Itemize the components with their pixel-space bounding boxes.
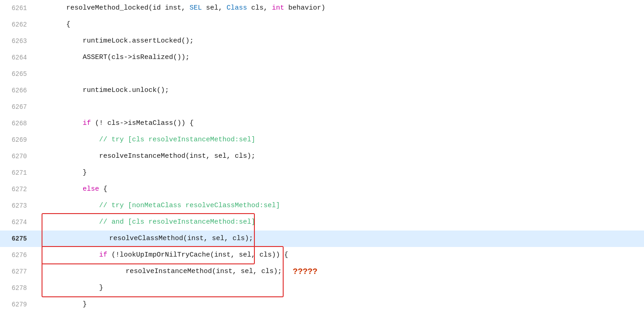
line-number-6274: 6274 xyxy=(0,219,34,226)
line-number-6273: 6273 xyxy=(0,202,34,209)
line-number-6270: 6270 xyxy=(0,153,34,160)
line-number-6261: 6261 xyxy=(0,5,34,12)
code-line-6264: 6264 ASSERT(cls->isRealized()); xyxy=(0,49,644,66)
line-number-6278: 6278 xyxy=(0,284,34,292)
line-number-6264: 6264 xyxy=(0,54,34,61)
line-number-6267: 6267 xyxy=(0,103,34,111)
line-number-6272: 6272 xyxy=(0,186,34,193)
code-editor: 6261 resolveMethod_locked(id inst, SEL s… xyxy=(0,0,644,311)
line-number-6266: 6266 xyxy=(0,87,34,94)
line-number-6265: 6265 xyxy=(0,70,34,78)
line-number-6277: 6277 xyxy=(0,268,34,275)
line-number-6269: 6269 xyxy=(0,136,34,144)
line-number-6279: 6279 xyxy=(0,301,34,308)
line-number-6271: 6271 xyxy=(0,169,34,177)
code-line-6266: 6266 runtimeLock.unlock(); xyxy=(0,82,644,99)
code-line-6279: 6279 } xyxy=(0,296,644,311)
line-number-6268: 6268 xyxy=(0,120,34,127)
line-number-6276: 6276 xyxy=(0,252,34,259)
line-content-6279: } xyxy=(38,280,644,311)
line-number-6263: 6263 xyxy=(0,38,34,45)
line-number-6262: 6262 xyxy=(0,21,34,28)
line-number-6275: 6275 xyxy=(0,235,34,242)
